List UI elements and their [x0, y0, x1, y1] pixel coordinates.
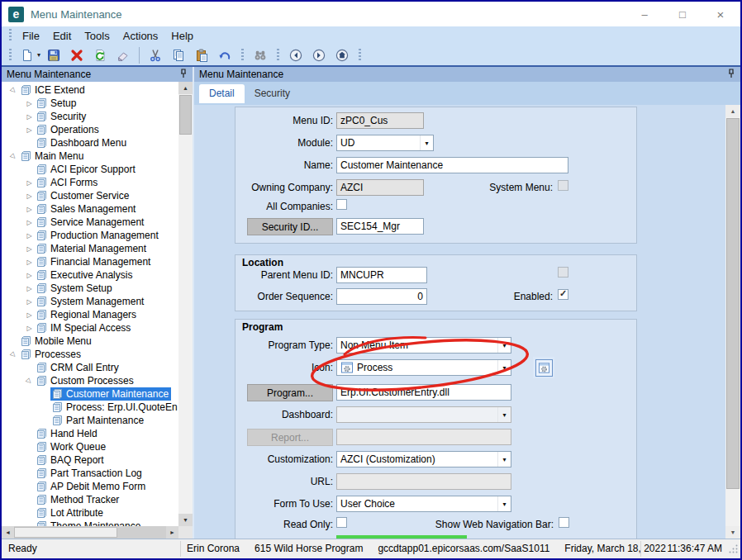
tree-item-material-management[interactable]: ▷Material Management [2, 242, 178, 255]
read-only-checkbox[interactable] [336, 517, 347, 528]
cut-button[interactable] [145, 46, 165, 64]
parent-menu-id-field[interactable]: MNCUPR [336, 267, 427, 283]
chevron-down-icon[interactable]: ▾ [497, 407, 511, 422]
program-type-combo[interactable]: Non Menu Item ▾ [336, 337, 511, 354]
tree-item-method-tracker[interactable]: Method Tracker [2, 493, 178, 506]
expand-arrow-icon[interactable]: ▷ [24, 219, 35, 226]
chevron-down-icon[interactable]: ▾ [497, 452, 511, 467]
tree-item-production-management[interactable]: ▷Production Management [2, 229, 178, 242]
undo-button[interactable] [215, 46, 235, 64]
collapse-arrow-icon[interactable]: ▷ [23, 374, 36, 387]
expand-arrow-icon[interactable]: ▷ [24, 126, 35, 134]
tree-item-system-setup[interactable]: ▷System Setup [2, 282, 178, 295]
new-dropdown-caret-icon[interactable]: ▾ [37, 51, 40, 59]
delete-button[interactable] [67, 46, 87, 64]
tree-item-financial-management[interactable]: ▷Financial Management [2, 255, 178, 268]
tree-item-theme-maintenance[interactable]: Theme Maintenance [2, 520, 178, 526]
tree-item-executive-analysis[interactable]: ▷Executive Analysis [2, 268, 178, 282]
menu-id-field[interactable]: zPC0_Cus [336, 112, 424, 129]
tree-item-customer-service[interactable]: ▷Customer Service [2, 189, 178, 202]
clear-button[interactable] [113, 46, 133, 64]
tree-item-operations[interactable]: ▷Operations [2, 123, 178, 136]
tree-item-im-special-access[interactable]: ▷IM Special Access [2, 321, 178, 335]
tree-item-system-management[interactable]: ▷System Management [2, 295, 178, 308]
chevron-down-icon[interactable]: ▾ [497, 360, 511, 375]
tree-item-lot-attribute[interactable]: Lot Attribute [2, 506, 178, 520]
tree-item-sales-management[interactable]: ▷Sales Management [2, 202, 178, 216]
expand-arrow-icon[interactable]: ▷ [24, 259, 35, 266]
tree-item-service-management[interactable]: ▷Service Management [2, 216, 178, 229]
dashboard-combo[interactable]: ▾ [336, 406, 511, 423]
location-unlabeled-checkbox[interactable] [558, 267, 568, 278]
module-combo[interactable]: UD ▾ [336, 135, 434, 151]
expand-arrow-icon[interactable]: ▷ [24, 206, 35, 213]
program-button[interactable]: Program... [247, 384, 333, 401]
expand-arrow-icon[interactable]: ▷ [24, 100, 35, 107]
new-button[interactable] [17, 46, 37, 64]
expand-arrow-icon[interactable]: ▷ [24, 232, 35, 240]
expand-arrow-icon[interactable]: ▷ [24, 272, 35, 279]
scroll-up-icon[interactable]: ▲ [178, 82, 193, 94]
expand-arrow-icon[interactable]: ▷ [24, 113, 35, 121]
expand-arrow-icon[interactable]: ▷ [24, 325, 35, 332]
tree-item-dashboard-menu[interactable]: Dashboard Menu [2, 136, 178, 149]
menu-item-edit[interactable]: Edit [46, 28, 78, 44]
tree-item-aci-forms[interactable]: ▷ACI Forms [2, 176, 178, 189]
all-companies-checkbox[interactable] [336, 199, 347, 210]
expand-arrow-icon[interactable]: ▷ [24, 179, 35, 187]
system-menu-checkbox[interactable] [558, 180, 568, 191]
pin-icon[interactable] [727, 69, 735, 81]
resize-grip[interactable] [728, 543, 739, 557]
tab-security[interactable]: Security [245, 84, 300, 103]
tree-item-security[interactable]: ▷Security [2, 110, 178, 123]
chevron-down-icon[interactable]: ▾ [497, 338, 511, 353]
tree-horizontal-scrollbar[interactable]: ◄ ► [2, 526, 178, 539]
enabled-checkbox[interactable] [558, 289, 568, 300]
tree-item-baq-report[interactable]: BAQ Report [2, 453, 178, 467]
chevron-down-icon[interactable]: ▾ [497, 496, 511, 511]
minimize-button[interactable]: – [638, 8, 651, 21]
tree-item-regional-managers[interactable]: ▷Regional Managers [2, 308, 178, 321]
tree-item-aci-epicor-support[interactable]: ACI Epicor Support [2, 163, 178, 176]
expand-arrow-icon[interactable]: ▷ [24, 298, 35, 306]
toolbar-drag-grip[interactable] [9, 49, 12, 62]
scroll-right-icon[interactable]: ► [166, 526, 178, 539]
tree-item-process-erp-ui-quoteen[interactable]: Process: Erp.UI.QuoteEn [2, 401, 178, 414]
scroll-down-icon[interactable]: ▼ [178, 514, 193, 526]
security-id-button[interactable]: Security ID... [247, 218, 333, 235]
tree-item-processes[interactable]: ▷Processes [2, 348, 178, 361]
copy-button[interactable] [169, 46, 188, 64]
form-to-use-combo[interactable]: User Choice ▾ [336, 496, 511, 512]
menu-item-file[interactable]: File [16, 28, 46, 44]
icon-picker-button[interactable] [535, 359, 553, 377]
name-field[interactable]: Customer Maintenance [336, 157, 568, 173]
tree-vertical-scrollbar[interactable]: ▲ ▼ [178, 82, 193, 526]
scroll-left-icon[interactable]: ◄ [2, 526, 14, 539]
menu-item-help[interactable]: Help [164, 28, 200, 44]
detail-scroll-thumb[interactable] [726, 118, 740, 489]
home-button[interactable] [332, 46, 352, 64]
menu-item-tools[interactable]: Tools [78, 28, 116, 44]
expand-arrow-icon[interactable]: ▷ [24, 245, 35, 253]
tree-item-hand-held[interactable]: Hand Held [2, 427, 178, 440]
tree-hscroll-thumb[interactable] [14, 527, 117, 538]
paste-button[interactable] [192, 46, 212, 64]
tree-scroll-thumb[interactable] [179, 95, 192, 135]
collapse-arrow-icon[interactable]: ▷ [7, 348, 21, 361]
save-button[interactable] [44, 46, 64, 64]
tree-item-crm-call-entry[interactable]: CRM Call Entry [2, 361, 178, 374]
detail-vertical-scrollbar[interactable]: ▲ ▼ [725, 105, 740, 539]
chevron-down-icon[interactable]: ▾ [420, 135, 433, 150]
tree-item-ap-debit-memo-form[interactable]: AP Debit Memo Form [2, 480, 178, 493]
tree-item-ice-extend[interactable]: ▷ICE Extend [2, 83, 178, 97]
tree-item-setup[interactable]: ▷Setup [2, 97, 178, 110]
collapse-arrow-icon[interactable]: ▷ [7, 149, 21, 163]
tree-item-main-menu[interactable]: ▷Main Menu [2, 149, 178, 163]
program-field[interactable]: Erp.UI.CustomerEntry.dll [336, 384, 511, 401]
expand-arrow-icon[interactable]: ▷ [24, 192, 35, 200]
tree-item-customer-maintenance[interactable]: Customer Maintenance [2, 387, 178, 401]
scroll-up-icon[interactable]: ▲ [725, 105, 740, 117]
maximize-button[interactable]: □ [676, 8, 689, 21]
expand-arrow-icon[interactable]: ▷ [24, 285, 35, 292]
tree-item-part-maintenance[interactable]: Part Maintenance [2, 414, 178, 427]
